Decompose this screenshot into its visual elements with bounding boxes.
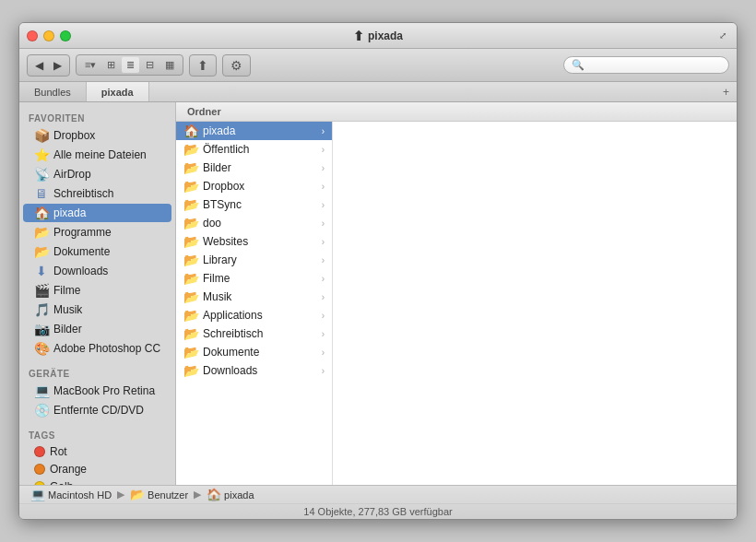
sidebar-item-musik[interactable]: 🎵 Musik — [23, 300, 171, 319]
downloads-icon: ⬇ — [34, 264, 49, 278]
col-label-musik: Musik — [203, 290, 231, 303]
minimize-button[interactable] — [43, 30, 54, 41]
column-item-bilder[interactable]: 📂 Bilder › — [176, 159, 332, 177]
sidebar-item-rot[interactable]: Rot — [23, 443, 171, 460]
column-item-downloads[interactable]: 📂 Downloads › — [176, 361, 332, 380]
tab-bundles[interactable]: Bundles — [19, 82, 87, 101]
col-arrow-icon: › — [322, 255, 325, 265]
view-grid-btn[interactable]: ⊞ — [102, 57, 120, 73]
column-item-dokumente[interactable]: 📂 Dokumente › — [176, 343, 332, 361]
action-button[interactable]: ⚙ — [222, 54, 251, 77]
sidebar-item-label: Adobe Photoshop CC — [53, 342, 160, 355]
column-item-applications[interactable]: 📂 Applications › — [176, 306, 332, 324]
content-area: Ordner 🏠 pixada › 📂 Öffentlich › 📂 Bilde… — [176, 102, 737, 485]
col-icon-filme: 📂 — [183, 271, 198, 286]
sidebar-item-gelb[interactable]: Gelb — [23, 478, 171, 485]
view-icon-btn[interactable]: ≡▾ — [80, 57, 100, 73]
sidebar-item-programme[interactable]: 📂 Programme — [23, 223, 171, 242]
col-icon-applications: 📂 — [183, 308, 198, 323]
view-col-btn[interactable]: ⊟ — [141, 57, 159, 73]
search-box: 🔍 — [563, 56, 729, 74]
sidebar-item-cd[interactable]: 💿 Entfernte CD/DVD — [23, 401, 171, 419]
status-text: 14 Objekte, 277,83 GB verfügbar — [19, 504, 737, 519]
title-icon: ⬆ — [353, 29, 364, 43]
close-button[interactable] — [27, 30, 38, 41]
col-label-bilder: Bilder — [203, 161, 231, 174]
col-arrow-icon: › — [322, 311, 325, 321]
col-icon-dokumente: 📂 — [183, 345, 198, 359]
share-button[interactable]: ⬆ — [189, 54, 217, 77]
column-item-dropbox[interactable]: 📂 Dropbox › — [176, 177, 332, 195]
col-label-pixada-folder: pixada — [203, 124, 235, 137]
sidebar-item-filme[interactable]: 🎬 Filme — [23, 281, 171, 300]
dropbox-icon: 📦 — [34, 128, 49, 143]
column-item-pixada-folder[interactable]: 🏠 pixada › — [176, 122, 332, 140]
column-item-btsync[interactable]: 📂 BTSync › — [176, 195, 332, 214]
sidebar-item-pixada[interactable]: 🏠 pixada — [23, 204, 171, 222]
nav-buttons: ◀ ▶ — [27, 54, 70, 77]
sidebar-item-alle[interactable]: ⭐ Alle meine Dateien — [23, 146, 171, 164]
col-icon-bilder: 📂 — [183, 160, 198, 175]
col-arrow-icon: › — [322, 126, 325, 136]
bc-icon-2: 🏠 — [207, 488, 221, 501]
back-button[interactable]: ◀ — [31, 57, 47, 74]
devices-title: GERÄTE — [19, 365, 175, 381]
sidebar-item-label: Entfernte CD/DVD — [53, 404, 144, 417]
sidebar-item-orange[interactable]: Orange — [23, 461, 171, 477]
bc-label-0: Macintosh HD — [48, 489, 112, 501]
column-item-websites[interactable]: 📂 Websites › — [176, 232, 332, 251]
tag-dot-rot — [34, 446, 45, 457]
column-item-filme[interactable]: 📂 Filme › — [176, 269, 332, 288]
sidebar-item-macbook[interactable]: 💻 MacBook Pro Retina — [23, 382, 171, 400]
search-input[interactable] — [588, 60, 721, 71]
sidebar-item-dokumente[interactable]: 📂 Dokumente — [23, 242, 171, 261]
bc-label-2: pixada — [224, 489, 254, 501]
breadcrumb-item-2[interactable]: 🏠pixada — [207, 488, 254, 501]
column-item-offentlich[interactable]: 📂 Öffentlich › — [176, 140, 332, 159]
sidebar-item-schreibtisch[interactable]: 🖥 Schreibtisch — [23, 184, 171, 203]
cd-icon: 💿 — [34, 403, 49, 418]
sidebar-item-label: MacBook Pro Retina — [53, 384, 155, 397]
window-title: pixada — [368, 29, 403, 42]
col-icon-offentlich: 📂 — [183, 142, 198, 157]
add-tab-button[interactable]: + — [715, 82, 737, 101]
breadcrumb-tabs: Bundles pixada + — [19, 82, 737, 102]
bc-label-1: Benutzer — [148, 489, 188, 501]
sidebar-item-label: Downloads — [53, 265, 108, 277]
tags-title: TAGS — [19, 427, 175, 442]
column-item-library[interactable]: 📂 Library › — [176, 251, 332, 269]
column-item-musik[interactable]: 📂 Musik › — [176, 288, 332, 306]
forward-button[interactable]: ▶ — [50, 57, 65, 74]
tab-pixada[interactable]: pixada — [87, 82, 149, 101]
view-buttons: ≡▾ ⊞ ≣ ⊟ ▦ — [76, 54, 183, 76]
column-item-schreibtisch[interactable]: 📂 Schreibtisch › — [176, 324, 332, 343]
sidebar-item-dropbox[interactable]: 📦 Dropbox — [23, 126, 171, 145]
title-bar-right: ⤢ — [716, 29, 729, 42]
tag-dot-orange — [34, 464, 45, 475]
sidebar-item-label: Bilder — [53, 323, 82, 336]
col-label-dropbox: Dropbox — [203, 180, 244, 193]
window-title-group: ⬆ pixada — [353, 29, 403, 43]
breadcrumb-item-1[interactable]: 📂Benutzer — [130, 488, 188, 501]
bc-icon-1: 📂 — [130, 488, 145, 501]
sidebar-item-photoshop[interactable]: 🎨 Adobe Photoshop CC — [23, 339, 171, 358]
sidebar-item-bilder[interactable]: 📷 Bilder — [23, 320, 171, 338]
tag-label-orange: Orange — [50, 463, 87, 476]
sidebar-item-airdrop[interactable]: 📡 AirDrop — [23, 165, 171, 183]
view-cover-btn[interactable]: ▦ — [160, 57, 179, 73]
dokumente-icon: 📂 — [34, 244, 49, 259]
col-icon-doo: 📂 — [183, 216, 198, 230]
breadcrumb-path: 💻Macintosh HD▶📂Benutzer▶🏠pixada — [19, 486, 737, 504]
programme-icon: 📂 — [34, 225, 49, 240]
breadcrumb-item-0[interactable]: 💻Macintosh HD — [30, 488, 112, 501]
sidebar-item-label: pixada — [53, 206, 86, 219]
col-arrow-icon: › — [322, 237, 325, 247]
view-list-btn[interactable]: ≣ — [122, 57, 139, 73]
photoshop-icon: 🎨 — [34, 341, 49, 356]
column-item-doo[interactable]: 📂 doo › — [176, 214, 332, 232]
sidebar-item-label: Alle meine Dateien — [53, 148, 147, 161]
resize-button[interactable]: ⤢ — [716, 29, 729, 42]
col-arrow-icon: › — [322, 145, 325, 155]
maximize-button[interactable] — [60, 30, 71, 41]
sidebar-item-downloads[interactable]: ⬇ Downloads — [23, 262, 171, 280]
